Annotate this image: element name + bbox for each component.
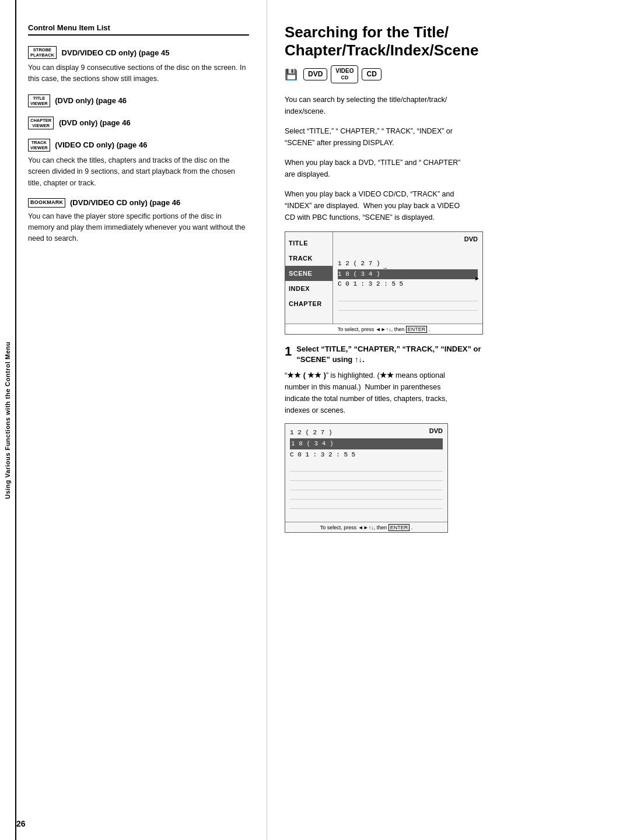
data-line-3: C 0 1 : 3 2 : 5 5 <box>338 279 478 290</box>
step-1-container: 1 Select “TITLE,” “CHAPTER,” “TRACK,” “I… <box>285 344 612 416</box>
track-viewer-label: (VIDEO CD only) (page 46 <box>53 140 148 149</box>
chapter-viewer-badge: CHAPTER VIEWER <box>28 117 54 129</box>
body-para-1: You can search by selecting the title/ch… <box>285 94 612 117</box>
strobe-label: DVD/VIDEO CD only) (page 45 <box>60 48 170 57</box>
step-1-text: Select “TITLE,” “CHAPTER,” “TRACK,” “IND… <box>296 345 481 364</box>
body-para-4: When you play back a VIDEO CD/CD, “TRACK… <box>285 188 612 223</box>
chapter-viewer-label: (DVD only) (page 46 <box>57 118 130 127</box>
cd-icon: CD <box>362 68 381 80</box>
strobe-desc: You can display 9 consecutive sections o… <box>28 62 249 85</box>
media-icons-row: 💾 DVD VIDEOCD CD <box>285 65 612 83</box>
screen-content-1: DVD → 1 2 ( 2 7 ) 1 8 ( 3 4 ) C 0 1 : 3 … <box>333 232 482 324</box>
small-line-3: C 0 1 : 3 2 : 5 5 <box>290 449 443 461</box>
small-line-2-highlighted: 1 8 ( 3 4 ) <box>290 438 443 449</box>
screen-labels: TITLE TRACK SCENE INDEX CHAPTER <box>285 232 333 324</box>
data-line-1: 1 2 ( 2 7 ) <box>338 259 478 269</box>
step-1-body: “★★ ( ★★ )” is highlighted. (★★ means op… <box>285 370 612 416</box>
viewer-desc: You can check the titles, chapters and t… <box>28 155 249 189</box>
data-line-2: 1 8 ( 3 4 ) <box>338 269 478 280</box>
item-title-viewer: TITLE VIEWER (DVD only) (page 46 <box>28 94 249 107</box>
bookmark-desc: You can have the player store specific p… <box>28 211 249 245</box>
page-number: 26 <box>16 819 26 828</box>
track-viewer-badge: TRACK VIEWER <box>28 139 50 152</box>
screen-dvd-badge: DVD <box>464 236 478 242</box>
label-index: INDEX <box>285 281 332 296</box>
dvd-icon: DVD <box>303 68 327 80</box>
body-para-3: When you play back a DVD, “TITLE” and “ … <box>285 157 612 180</box>
item-chapter-viewer: CHAPTER VIEWER (DVD only) (page 46 <box>28 117 249 129</box>
right-column: Searching for the Title/ Chapter/Track/I… <box>267 0 630 840</box>
screen-right-arrow: ► <box>474 275 480 281</box>
sidebar: Using Various Functions with the Control… <box>0 0 16 840</box>
sidebar-label: Using Various Functions with the Control… <box>4 342 11 499</box>
small-line-1: 1 2 ( 2 7 ) <box>290 427 443 438</box>
item-track-viewer: TRACK VIEWER (VIDEO CD only) (page 46 <box>28 139 249 152</box>
title-viewer-badge: TITLE VIEWER <box>28 94 50 107</box>
title-viewer-label: (DVD only) (page 46 <box>53 96 127 105</box>
screen-small-footer: To select, press ◄►↑↓, then ENTER . <box>285 522 447 532</box>
screen-diagram-2: DVD 1 2 ( 2 7 ) 1 8 ( 3 4 ) C 0 1 : 3 2 … <box>285 423 448 533</box>
scene-arrow: → <box>382 265 388 271</box>
label-chapter: CHAPTER <box>285 296 332 311</box>
bookmark-badge: BOOKMARK <box>28 198 65 208</box>
screen-small-dvd: DVD <box>429 427 443 434</box>
step-1-header: 1 Select “TITLE,” “CHAPTER,” “TRACK,” “I… <box>285 344 612 365</box>
page-title: Searching for the Title/ Chapter/Track/I… <box>285 23 612 59</box>
screen-diagram-1: TITLE TRACK SCENE INDEX CHAPTER DVD → 1 … <box>285 231 483 335</box>
screen-small-content: DVD 1 2 ( 2 7 ) 1 8 ( 3 4 ) C 0 1 : 3 2 … <box>285 424 447 522</box>
item-strobe: STROBE PLAYBACK DVD/VIDEO CD only) (page… <box>28 46 249 59</box>
strobe-badge: STROBE PLAYBACK <box>28 46 57 59</box>
label-title: TITLE <box>285 236 332 251</box>
left-column: Control Menu Item List STROBE PLAYBACK D… <box>16 0 267 840</box>
label-scene: SCENE <box>285 266 332 281</box>
screen-small-lines: 1 2 ( 2 7 ) 1 8 ( 3 4 ) C 0 1 : 3 2 : 5 … <box>290 427 443 460</box>
label-track: TRACK <box>285 251 332 266</box>
disc-icon: 💾 <box>285 68 298 81</box>
videocd-icon: VIDEOCD <box>331 65 358 83</box>
section-heading: Control Menu Item List <box>28 23 249 36</box>
screen-footer-1: To select, press ◄►↑↓, then ENTER . <box>285 324 482 334</box>
body-para-2: Select “TITLE,” “ CHAPTER,” “ TRACK”, “I… <box>285 125 612 149</box>
bookmark-label: (DVD/VIDEO CD only) (page 46 <box>68 198 180 207</box>
step-number: 1 <box>285 344 292 361</box>
item-bookmark: BOOKMARK (DVD/VIDEO CD only) (page 46 <box>28 198 249 208</box>
